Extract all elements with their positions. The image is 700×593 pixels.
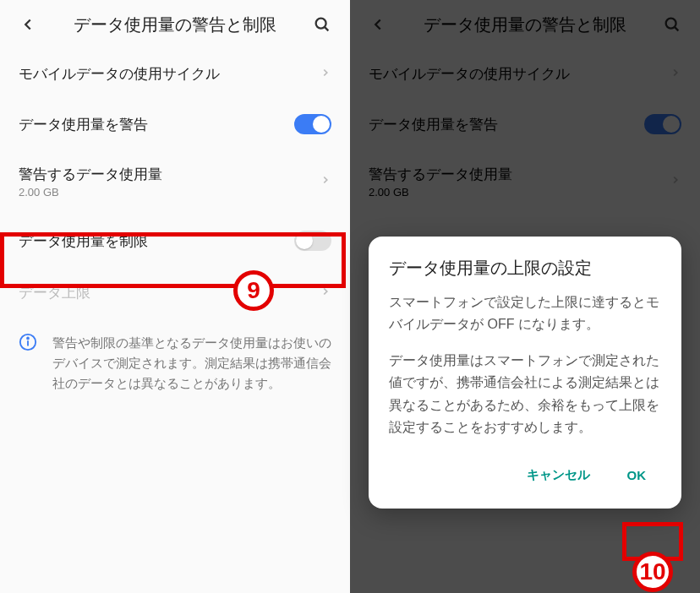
dialog-paragraph-1: スマートフォンで設定した上限に達するとモバイルデータが OFF になります。 [389, 291, 661, 336]
search-icon[interactable] [309, 12, 335, 37]
dialog-overlay: データ使用量の上限の設定 スマートフォンで設定した上限に達するとモバイルデータが… [350, 0, 700, 593]
chevron-right-icon [320, 174, 331, 189]
info-note: 警告や制限の基準となるデータ使用量はお使いのデバイスで測定されます。測定結果は携… [0, 318, 350, 409]
row-data-limit: データ上限 [0, 268, 350, 318]
row-warn-amount[interactable]: 警告するデータ使用量 2.00 GB [0, 150, 350, 214]
row-label: 警告するデータ使用量 [19, 165, 320, 184]
toggle-limit-usage[interactable] [294, 231, 331, 251]
ok-button[interactable]: OK [619, 459, 655, 492]
right-screen: データ使用量の警告と制限 モバイルデータの使用サイクル データ使用量を警告 警告… [350, 0, 700, 593]
cancel-button[interactable]: キャンセル [518, 459, 599, 492]
left-screen: データ使用量の警告と制限 モバイルデータの使用サイクル データ使用量を警告 警告… [0, 0, 350, 593]
toggle-warn-usage[interactable] [294, 114, 331, 134]
dialog-body: スマートフォンで設定した上限に達するとモバイルデータが OFF になります。 デ… [389, 291, 661, 438]
info-text: 警告や制限の基準となるデータ使用量はお使いのデバイスで測定されます。測定結果は携… [52, 333, 331, 394]
dialog-actions: キャンセル OK [389, 452, 661, 498]
row-label: モバイルデータの使用サイクル [19, 64, 320, 84]
chevron-right-icon [320, 67, 331, 82]
chevron-right-icon [320, 286, 331, 301]
back-icon[interactable] [15, 12, 41, 37]
svg-point-4 [27, 338, 29, 340]
row-data-cycle[interactable]: モバイルデータの使用サイクル [0, 49, 350, 99]
svg-point-0 [316, 19, 326, 29]
row-sub: 2.00 GB [19, 186, 320, 199]
dialog-data-limit: データ使用量の上限の設定 スマートフォンで設定した上限に達するとモバイルデータが… [369, 237, 681, 509]
row-warn-usage[interactable]: データ使用量を警告 [0, 99, 350, 150]
svg-line-1 [325, 27, 328, 30]
row-limit-usage[interactable]: データ使用量を制限 [0, 214, 350, 268]
header: データ使用量の警告と制限 [0, 0, 350, 49]
info-icon [19, 333, 37, 394]
dialog-paragraph-2: データ使用量はスマートフォンで測定された値ですが、携帯通信会社による測定結果とは… [389, 350, 661, 439]
page-title: データ使用量の警告と制限 [41, 14, 309, 36]
dialog-title: データ使用量の上限の設定 [389, 257, 661, 280]
row-label: データ使用量を制限 [19, 231, 294, 251]
row-label: データ使用量を警告 [19, 115, 294, 134]
row-label: データ上限 [19, 283, 320, 302]
